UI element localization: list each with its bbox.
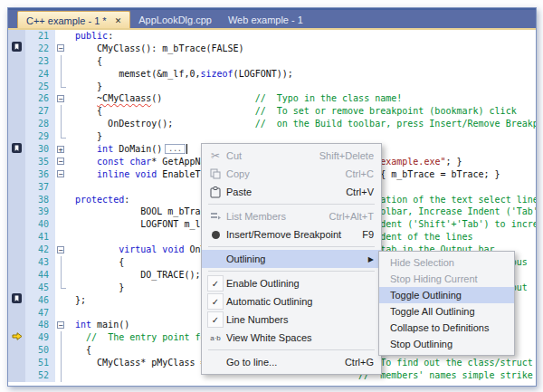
fold-margin[interactable] — [55, 331, 68, 344]
collapsed-code-box[interactable]: ... — [165, 144, 185, 154]
gutter-markers[interactable] — [8, 181, 25, 194]
code-text[interactable]: memset(&m_lf,0,sizeof(LOGFONT)); — [68, 68, 293, 81]
fold-margin[interactable] — [55, 269, 68, 282]
fold-margin[interactable]: − — [55, 156, 68, 168]
code-text[interactable]: { // To set or remove breakpoint (bookma… — [68, 105, 517, 118]
fold-margin[interactable] — [55, 68, 68, 81]
fold-margin[interactable] — [55, 282, 68, 294]
fold-margin[interactable] — [55, 55, 68, 68]
code-line-24[interactable]: 24 memset(&m_lf,0,sizeof(LOGFONT)); — [8, 68, 536, 81]
fold-toggle-icon[interactable]: − — [57, 170, 64, 177]
gutter-markers[interactable] — [8, 105, 25, 118]
gutter-markers[interactable] — [8, 344, 25, 357]
fold-margin[interactable]: − — [55, 168, 68, 181]
code-text[interactable]: int DoMain()... — [68, 143, 187, 156]
gutter-markers[interactable] — [8, 269, 25, 282]
gutter-markers[interactable] — [8, 194, 25, 206]
code-line-28[interactable]: 28 OnDestroy(); // on the Build toolbar,… — [8, 118, 536, 130]
gutter-markers[interactable] — [8, 244, 25, 256]
code-text[interactable] — [68, 181, 75, 194]
fold-toggle-icon[interactable]: − — [57, 158, 64, 165]
gutter-markers[interactable] — [8, 118, 25, 130]
gutter-markers[interactable] — [8, 156, 25, 168]
fold-margin[interactable] — [55, 369, 68, 382]
fold-margin[interactable] — [55, 206, 68, 218]
fold-toggle-icon[interactable]: − — [57, 321, 64, 329]
fold-margin[interactable]: + — [55, 143, 68, 156]
code-line-25[interactable]: 25 } — [8, 81, 536, 93]
gutter-markers[interactable] — [8, 55, 25, 68]
fold-margin[interactable] — [55, 105, 68, 118]
code-line-21[interactable]: 21public: — [8, 30, 536, 43]
code-text[interactable]: } — [68, 130, 102, 143]
menu-item-automatic-outlining[interactable]: ✓Automatic Outlining — [202, 292, 381, 311]
gutter-markers[interactable] — [8, 231, 25, 244]
code-text[interactable]: ~CMyClaass() // Typo in the class name! — [68, 92, 402, 105]
fold-margin[interactable] — [55, 357, 68, 369]
menu-item-collapse-to-definitions[interactable]: Collapse to Definitions — [379, 320, 514, 336]
menu-item-go-to-line[interactable]: Go to line...Ctrl+G — [202, 353, 381, 371]
fold-margin[interactable] — [55, 30, 68, 43]
code-text[interactable]: OnDestroy(); // on the Build toolbar, pr… — [68, 118, 536, 130]
gutter-markers[interactable] — [8, 130, 25, 143]
tab-cpp-example-1[interactable]: C++ example - 1 *✕ — [17, 11, 130, 30]
code-text[interactable]: int main() — [68, 319, 129, 331]
fold-margin[interactable] — [55, 181, 68, 194]
fold-margin[interactable]: − — [55, 244, 68, 256]
gutter-markers[interactable] — [8, 168, 25, 181]
fold-margin[interactable] — [55, 344, 68, 357]
menu-item-toggle-all-outlining[interactable]: Toggle All Outlining — [379, 303, 514, 320]
menu-item-cut[interactable]: ✂CutShift+Delete — [202, 147, 381, 165]
code-text[interactable]: CMyClass(): m_bTrace(FALSE) — [68, 43, 244, 55]
menu-item-list-members[interactable]: List MembersCtrl+Alt+T — [202, 207, 381, 225]
code-text[interactable]: { — [68, 55, 102, 68]
gutter-markers[interactable] — [8, 81, 25, 93]
code-line-22[interactable]: 22− CMyClass(): m_bTrace(FALSE) — [8, 43, 536, 55]
fold-margin[interactable] — [55, 81, 68, 93]
gutter-markers[interactable] — [8, 206, 25, 218]
fold-margin[interactable] — [55, 194, 68, 206]
fold-toggle-icon[interactable]: − — [57, 95, 64, 102]
code-line-26[interactable]: 26− ~CMyClaass() // Typo in the class na… — [8, 92, 536, 105]
gutter-markers[interactable] — [8, 218, 25, 231]
menu-item-copy[interactable]: CopyCtrl+C — [202, 165, 381, 183]
gutter-markers[interactable] — [8, 369, 25, 382]
tab-web-example-1[interactable]: Web example - 1 — [220, 10, 311, 30]
menu-item-line-numbers[interactable]: ✓Line Numbers — [202, 311, 381, 329]
tab-applookdlg-cpp[interactable]: AppLookDlg.cpp — [130, 10, 220, 30]
code-line-27[interactable]: 27 { // To set or remove breakpoint (boo… — [8, 105, 536, 118]
gutter-markers[interactable] — [8, 319, 25, 331]
fold-margin[interactable]: − — [55, 43, 68, 55]
code-text[interactable]: { — [68, 344, 91, 357]
menu-item-enable-outlining[interactable]: ✓Enable Outlining — [202, 274, 381, 292]
fold-margin[interactable]: − — [55, 319, 68, 331]
gutter-markers[interactable] — [8, 43, 25, 55]
menu-item-stop-outlining[interactable]: Stop Outlining — [379, 336, 514, 352]
menu-item-paste[interactable]: PasteCtrl+V — [202, 183, 381, 201]
fold-toggle-icon[interactable]: − — [57, 246, 64, 253]
gutter-markers[interactable] — [8, 68, 25, 81]
fold-margin[interactable] — [55, 231, 68, 244]
code-line-23[interactable]: 23 { — [8, 55, 536, 68]
fold-margin[interactable] — [55, 256, 68, 269]
fold-margin[interactable] — [55, 307, 68, 320]
gutter-markers[interactable] — [8, 307, 25, 320]
gutter-markers[interactable] — [8, 92, 25, 105]
menu-item-hide-selection[interactable]: Hide Selection — [379, 254, 514, 271]
menu-item-toggle-outlining[interactable]: Toggle Outlining — [379, 287, 514, 303]
fold-toggle-icon[interactable]: − — [57, 44, 64, 52]
code-text[interactable] — [68, 307, 75, 320]
menu-item-stop-hiding-current[interactable]: Stop Hiding Current — [379, 271, 514, 287]
gutter-markers[interactable] — [8, 294, 25, 307]
fold-toggle-icon[interactable]: + — [57, 146, 64, 153]
fold-margin[interactable]: − — [55, 92, 68, 105]
fold-margin[interactable] — [55, 118, 68, 130]
gutter-markers[interactable] — [8, 256, 25, 269]
fold-margin[interactable] — [55, 294, 68, 307]
fold-margin[interactable] — [55, 130, 68, 143]
fold-margin[interactable] — [55, 218, 68, 231]
code-text[interactable]: public: — [68, 30, 113, 43]
code-text[interactable]: } — [68, 81, 102, 93]
menu-item-outlining[interactable]: Outlining▶ — [202, 250, 381, 268]
menu-item-view-white-spaces[interactable]: a·bView White Spaces — [202, 329, 381, 347]
